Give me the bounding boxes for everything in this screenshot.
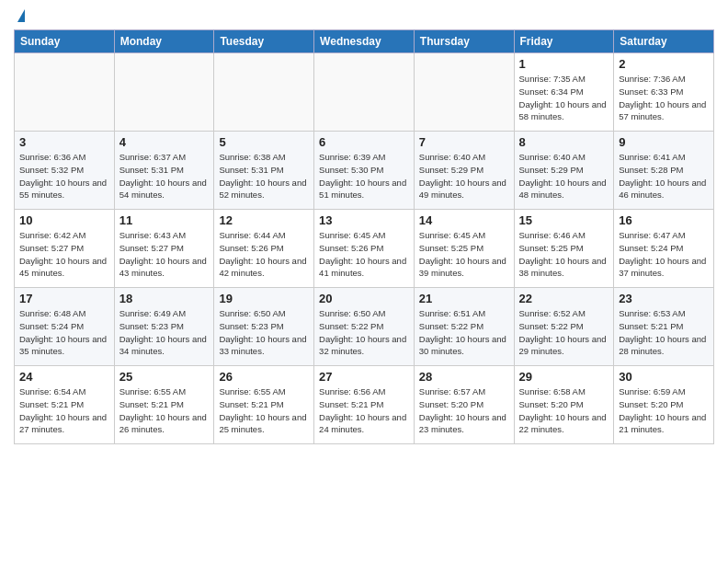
day-info: Sunrise: 7:35 AMSunset: 6:34 PMDaylight:… xyxy=(519,73,609,123)
day-info: Sunrise: 6:47 AMSunset: 5:24 PMDaylight:… xyxy=(619,229,709,280)
day-number: 22 xyxy=(519,292,609,305)
day-info: Sunrise: 6:53 AMSunset: 5:21 PMDaylight:… xyxy=(619,307,709,358)
day-info: Sunrise: 6:40 AMSunset: 5:29 PMDaylight:… xyxy=(519,151,609,201)
day-number: 19 xyxy=(219,292,309,305)
calendar-cell: 6Sunrise: 6:39 AMSunset: 5:30 PMDaylight… xyxy=(314,132,415,210)
day-number: 5 xyxy=(219,135,309,149)
calendar-cell: 15Sunrise: 6:46 AMSunset: 5:25 PMDayligh… xyxy=(514,210,614,288)
calendar-cell: 2Sunrise: 7:36 AMSunset: 6:33 PMDaylight… xyxy=(614,53,714,132)
day-number: 23 xyxy=(619,292,709,305)
day-info: Sunrise: 6:50 AMSunset: 5:23 PMDaylight:… xyxy=(219,307,309,358)
day-number: 15 xyxy=(519,213,609,227)
calendar-cell xyxy=(414,53,514,132)
calendar-cell: 7Sunrise: 6:40 AMSunset: 5:29 PMDaylight… xyxy=(414,132,514,210)
logo-triangle-icon xyxy=(17,9,25,22)
weekday-header-monday: Monday xyxy=(114,30,214,53)
calendar-cell: 26Sunrise: 6:55 AMSunset: 5:21 PMDayligh… xyxy=(214,366,314,444)
calendar-cell: 20Sunrise: 6:50 AMSunset: 5:22 PMDayligh… xyxy=(314,288,415,366)
calendar-cell: 29Sunrise: 6:58 AMSunset: 5:20 PMDayligh… xyxy=(514,366,614,444)
day-number: 24 xyxy=(19,370,109,384)
day-number: 4 xyxy=(119,135,210,149)
day-number: 14 xyxy=(419,213,509,227)
weekday-header-tuesday: Tuesday xyxy=(214,30,314,53)
calendar-week-4: 17Sunrise: 6:48 AMSunset: 5:24 PMDayligh… xyxy=(15,288,714,366)
weekday-header-row: SundayMondayTuesdayWednesdayThursdayFrid… xyxy=(15,30,714,53)
day-info: Sunrise: 6:41 AMSunset: 5:28 PMDaylight:… xyxy=(619,151,709,201)
day-number: 11 xyxy=(119,213,210,227)
day-number: 18 xyxy=(119,292,210,305)
day-info: Sunrise: 6:55 AMSunset: 5:21 PMDaylight:… xyxy=(219,385,309,436)
calendar-cell: 23Sunrise: 6:53 AMSunset: 5:21 PMDayligh… xyxy=(614,288,714,366)
day-number: 29 xyxy=(519,370,609,384)
logo xyxy=(14,9,25,22)
day-number: 9 xyxy=(619,135,709,149)
day-number: 3 xyxy=(19,135,109,149)
day-info: Sunrise: 6:59 AMSunset: 5:20 PMDaylight:… xyxy=(619,385,709,436)
day-info: Sunrise: 6:36 AMSunset: 5:32 PMDaylight:… xyxy=(19,151,109,201)
calendar-cell: 27Sunrise: 6:56 AMSunset: 5:21 PMDayligh… xyxy=(314,366,415,444)
day-info: Sunrise: 6:38 AMSunset: 5:31 PMDaylight:… xyxy=(219,151,309,201)
day-info: Sunrise: 7:36 AMSunset: 6:33 PMDaylight:… xyxy=(619,73,709,123)
day-number: 7 xyxy=(419,135,509,149)
day-number: 1 xyxy=(519,57,609,71)
day-info: Sunrise: 6:57 AMSunset: 5:20 PMDaylight:… xyxy=(419,385,509,436)
calendar-table: SundayMondayTuesdayWednesdayThursdayFrid… xyxy=(14,29,714,444)
day-number: 26 xyxy=(219,370,309,384)
calendar-cell xyxy=(314,53,415,132)
calendar-cell: 10Sunrise: 6:42 AMSunset: 5:27 PMDayligh… xyxy=(15,210,115,288)
weekday-header-saturday: Saturday xyxy=(614,30,714,53)
calendar-cell: 14Sunrise: 6:45 AMSunset: 5:25 PMDayligh… xyxy=(414,210,514,288)
day-number: 17 xyxy=(19,292,109,305)
calendar-cell: 17Sunrise: 6:48 AMSunset: 5:24 PMDayligh… xyxy=(15,288,115,366)
day-number: 8 xyxy=(519,135,609,149)
calendar-cell: 21Sunrise: 6:51 AMSunset: 5:22 PMDayligh… xyxy=(414,288,514,366)
day-number: 13 xyxy=(319,213,409,227)
calendar-cell: 9Sunrise: 6:41 AMSunset: 5:28 PMDaylight… xyxy=(614,132,714,210)
day-number: 25 xyxy=(119,370,210,384)
weekday-header-wednesday: Wednesday xyxy=(314,30,415,53)
weekday-header-thursday: Thursday xyxy=(414,30,514,53)
day-number: 10 xyxy=(19,213,109,227)
calendar-cell: 18Sunrise: 6:49 AMSunset: 5:23 PMDayligh… xyxy=(114,288,214,366)
day-info: Sunrise: 6:39 AMSunset: 5:30 PMDaylight:… xyxy=(319,151,409,201)
calendar-cell: 3Sunrise: 6:36 AMSunset: 5:32 PMDaylight… xyxy=(15,132,115,210)
day-info: Sunrise: 6:51 AMSunset: 5:22 PMDaylight:… xyxy=(419,307,509,358)
day-number: 16 xyxy=(619,213,709,227)
calendar-cell xyxy=(214,53,314,132)
day-info: Sunrise: 6:45 AMSunset: 5:26 PMDaylight:… xyxy=(319,229,409,280)
calendar-cell: 19Sunrise: 6:50 AMSunset: 5:23 PMDayligh… xyxy=(214,288,314,366)
calendar-week-1: 1Sunrise: 7:35 AMSunset: 6:34 PMDaylight… xyxy=(15,53,714,132)
day-info: Sunrise: 6:45 AMSunset: 5:25 PMDaylight:… xyxy=(419,229,509,280)
calendar-cell: 25Sunrise: 6:55 AMSunset: 5:21 PMDayligh… xyxy=(114,366,214,444)
calendar-cell: 1Sunrise: 7:35 AMSunset: 6:34 PMDaylight… xyxy=(514,53,614,132)
day-number: 6 xyxy=(319,135,409,149)
calendar-cell: 24Sunrise: 6:54 AMSunset: 5:21 PMDayligh… xyxy=(15,366,115,444)
calendar-cell: 12Sunrise: 6:44 AMSunset: 5:26 PMDayligh… xyxy=(214,210,314,288)
calendar-week-5: 24Sunrise: 6:54 AMSunset: 5:21 PMDayligh… xyxy=(15,366,714,444)
page-header xyxy=(14,9,714,22)
calendar-cell: 16Sunrise: 6:47 AMSunset: 5:24 PMDayligh… xyxy=(614,210,714,288)
day-info: Sunrise: 6:55 AMSunset: 5:21 PMDaylight:… xyxy=(119,385,210,436)
day-number: 2 xyxy=(619,57,709,71)
calendar-cell: 13Sunrise: 6:45 AMSunset: 5:26 PMDayligh… xyxy=(314,210,415,288)
day-info: Sunrise: 6:48 AMSunset: 5:24 PMDaylight:… xyxy=(19,307,109,358)
calendar-cell: 11Sunrise: 6:43 AMSunset: 5:27 PMDayligh… xyxy=(114,210,214,288)
day-info: Sunrise: 6:54 AMSunset: 5:21 PMDaylight:… xyxy=(19,385,109,436)
day-info: Sunrise: 6:50 AMSunset: 5:22 PMDaylight:… xyxy=(319,307,409,358)
day-number: 12 xyxy=(219,213,309,227)
calendar-cell xyxy=(15,53,115,132)
calendar-cell xyxy=(114,53,214,132)
day-number: 30 xyxy=(619,370,709,384)
calendar-cell: 8Sunrise: 6:40 AMSunset: 5:29 PMDaylight… xyxy=(514,132,614,210)
day-info: Sunrise: 6:40 AMSunset: 5:29 PMDaylight:… xyxy=(419,151,509,201)
day-info: Sunrise: 6:56 AMSunset: 5:21 PMDaylight:… xyxy=(319,385,409,436)
day-info: Sunrise: 6:46 AMSunset: 5:25 PMDaylight:… xyxy=(519,229,609,280)
day-info: Sunrise: 6:52 AMSunset: 5:22 PMDaylight:… xyxy=(519,307,609,358)
day-number: 21 xyxy=(419,292,509,305)
weekday-header-sunday: Sunday xyxy=(15,30,115,53)
calendar-cell: 5Sunrise: 6:38 AMSunset: 5:31 PMDaylight… xyxy=(214,132,314,210)
day-info: Sunrise: 6:44 AMSunset: 5:26 PMDaylight:… xyxy=(219,229,309,280)
day-number: 20 xyxy=(319,292,409,305)
calendar-cell: 30Sunrise: 6:59 AMSunset: 5:20 PMDayligh… xyxy=(614,366,714,444)
day-info: Sunrise: 6:58 AMSunset: 5:20 PMDaylight:… xyxy=(519,385,609,436)
